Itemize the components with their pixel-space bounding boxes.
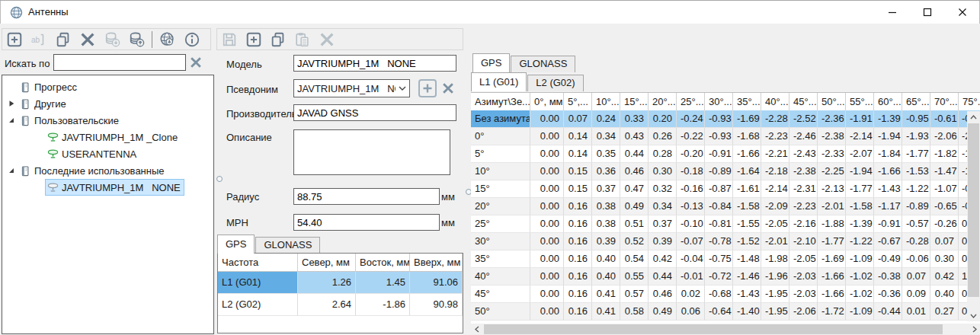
pcv-value-cell[interactable]: -1.66 (733, 145, 761, 163)
pcv-value-cell[interactable]: 0.41 (592, 303, 620, 321)
tree-item[interactable]: Прогресс (2, 78, 213, 95)
pcv-value-cell[interactable]: -0.06 (902, 250, 930, 268)
pcv-table-row[interactable]: 30°0.000.160.390.520.39-0.07-0.78-1.52-2… (471, 233, 980, 250)
pcv-value-cell[interactable]: 0.00 (530, 198, 564, 215)
azimuth-cell[interactable]: 45° (471, 286, 530, 303)
pcv-value-cell[interactable]: -2.16 (789, 215, 818, 233)
pcv-value-cell[interactable]: 0.00 (530, 180, 564, 198)
pcv-value-cell[interactable]: -2.46 (789, 128, 818, 145)
pcv-value-cell[interactable]: 0.40 (592, 268, 620, 286)
rename-antenna-button[interactable]: ab (27, 29, 51, 49)
search-input[interactable] (53, 54, 186, 71)
delete-alias-button[interactable] (440, 80, 456, 97)
import-database-button[interactable] (100, 29, 124, 49)
info-button[interactable] (180, 29, 204, 49)
pcv-value-cell[interactable]: -0.87 (705, 180, 733, 198)
pcv-value-cell[interactable]: 0.00 (530, 110, 564, 128)
pcv-value-cell[interactable]: -2.03 (789, 286, 818, 303)
pcv-value-cell[interactable]: -0.93 (705, 110, 733, 128)
pcv-subtab-l2-g02[interactable]: L2 (G02) (527, 75, 583, 91)
pcv-tab-glonass[interactable]: GLONASS (511, 56, 575, 72)
scroll-up-arrow-icon[interactable] (967, 111, 980, 123)
pcv-value-cell[interactable]: -0.26 (930, 215, 959, 233)
pcv-value-cell[interactable]: 0.42 (649, 250, 677, 268)
pcv-value-cell[interactable]: -0.75 (705, 250, 733, 268)
pcv-value-cell[interactable]: 0.00 (530, 303, 564, 321)
frequency-cell[interactable]: L2 (G02) (218, 294, 298, 316)
pcv-value-cell[interactable]: -1.91 (846, 110, 874, 128)
pcv-value-cell[interactable]: 0.15 (564, 180, 592, 198)
pcv-value-cell[interactable]: -0.68 (705, 286, 733, 303)
horizontal-scrollbar[interactable] (471, 324, 980, 335)
pcv-value-cell[interactable]: -0.91 (874, 215, 902, 233)
pcv-value-cell[interactable]: 0.46 (620, 163, 649, 180)
pcv-value-cell[interactable]: -0.36 (874, 286, 902, 303)
pcv-value-cell[interactable]: 0.55 (620, 268, 649, 286)
pcv-value-cell[interactable]: -0.10 (677, 215, 705, 233)
pcv-subtab-l1-g01[interactable]: L1 (G01) (471, 72, 527, 91)
maximize-button[interactable] (910, 1, 945, 24)
pcv-value-cell[interactable]: -1.77 (846, 180, 874, 198)
pcv-value-cell[interactable]: -1.77 (902, 145, 930, 163)
splitter-left-grip[interactable] (216, 176, 223, 182)
pcv-value-cell[interactable]: -1.39 (846, 215, 874, 233)
pcv-value-cell[interactable]: -1.09 (846, 303, 874, 321)
pcv-value-cell[interactable]: -2.14 (846, 128, 874, 145)
tree-item[interactable]: JAVTRIUMPH_1M _Clone (2, 129, 213, 145)
pcv-table-row[interactable]: 20°0.000.160.380.490.34-0.13-0.84-1.58-2… (471, 198, 980, 215)
pcv-value-cell[interactable]: -1.09 (846, 250, 874, 268)
pcv-value-cell[interactable]: -2.03 (789, 268, 818, 286)
pcv-value-cell[interactable]: -2.06 (789, 303, 818, 321)
pcv-value-cell[interactable]: 0.16 (564, 268, 592, 286)
pcv-value-cell[interactable]: -2.36 (818, 110, 846, 128)
pcv-value-cell[interactable]: -0.20 (677, 145, 705, 163)
pcv-value-cell[interactable]: -0.67 (874, 233, 902, 250)
pcv-value-cell[interactable]: 0.33 (620, 110, 649, 128)
pcv-value-cell[interactable]: 0.00 (530, 128, 564, 145)
offset-value-cell[interactable]: 2.64 (298, 294, 356, 316)
offsets-table-row[interactable]: L2 (G02)2.64-1.8690.98 (218, 294, 463, 316)
pcv-value-cell[interactable]: -2.01 (818, 198, 846, 215)
pcv-value-cell[interactable]: 0.09 (902, 286, 930, 303)
pcv-value-cell[interactable]: -1.43 (733, 286, 761, 303)
tree-item[interactable]: Другие (2, 95, 213, 112)
pcv-table-row[interactable]: 15°0.000.150.370.470.32-0.16-0.87-1.61-2… (471, 180, 980, 198)
tree-item[interactable]: JAVTRIUMPH_1M NONE (2, 179, 213, 196)
azimuth-cell[interactable]: 10° (471, 163, 530, 180)
manufacturer-input[interactable] (293, 104, 456, 121)
pcv-value-cell[interactable]: -2.18 (761, 163, 789, 180)
pcv-value-cell[interactable]: -0.91 (705, 145, 733, 163)
azimuth-cell[interactable]: 5° (471, 145, 530, 163)
pcv-value-cell[interactable]: -2.14 (761, 180, 789, 198)
pcv-value-cell[interactable]: -0.22 (677, 128, 705, 145)
azimuth-cell[interactable]: 40° (471, 268, 530, 286)
pcv-value-cell[interactable]: -1.68 (733, 128, 761, 145)
offset-value-cell[interactable]: 1.45 (356, 272, 410, 294)
clear-search-button[interactable] (187, 54, 205, 71)
delete-antenna-button[interactable] (75, 29, 100, 49)
add-record-button[interactable] (242, 29, 266, 49)
radius-input[interactable] (293, 188, 440, 205)
pcv-value-cell[interactable]: 0.07 (902, 268, 930, 286)
pcv-value-cell[interactable]: -1.43 (874, 180, 902, 198)
azimuth-cell[interactable]: 35° (471, 250, 530, 268)
pcv-value-cell[interactable]: 0.58 (620, 303, 649, 321)
pcv-value-cell[interactable]: 0.30 (930, 250, 959, 268)
azimuth-cell[interactable]: 20° (471, 198, 530, 215)
pcv-value-cell[interactable]: 0.40 (930, 286, 959, 303)
delete-record-button[interactable] (315, 29, 339, 49)
pcv-value-cell[interactable]: -1.88 (818, 215, 846, 233)
pcv-value-cell[interactable]: -1.84 (874, 145, 902, 163)
pcv-value-cell[interactable]: -2.43 (789, 145, 818, 163)
paste-record-button[interactable] (290, 29, 315, 49)
pcv-value-cell[interactable]: -0.89 (705, 163, 733, 180)
scroll-right-arrow-icon[interactable] (969, 324, 980, 335)
pcv-value-cell[interactable]: 0.49 (649, 303, 677, 321)
pcv-value-cell[interactable]: 0.42 (930, 268, 959, 286)
pcv-value-cell[interactable]: 0.52 (620, 233, 649, 250)
pcv-value-cell[interactable]: 0.38 (592, 215, 620, 233)
azimuth-cell[interactable]: 15° (471, 180, 530, 198)
tree-expander-expanded[interactable] (5, 166, 18, 175)
alias-combobox[interactable]: JAVTRIUMPH_1M NON (293, 79, 410, 97)
pcv-table-row[interactable]: Без азимута0.000.070.240.330.20-0.24-0.9… (471, 110, 980, 128)
